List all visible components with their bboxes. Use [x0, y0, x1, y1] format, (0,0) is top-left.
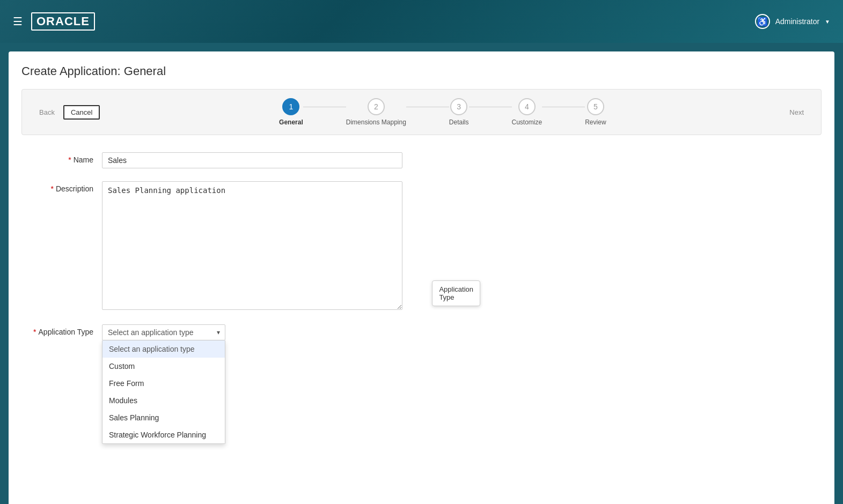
main-content: Create Application: General Back Cancel … [9, 51, 834, 504]
application-type-dropdown-container: Select an application typeCustomFree For… [102, 324, 225, 340]
step-label-3: Details [449, 118, 469, 126]
wizard-step-1: 1 General [279, 98, 303, 126]
step-label-1: General [279, 118, 303, 126]
page-title: Create Application: General [21, 64, 822, 78]
app-header: ☰ ORACLE ♿ Administrator ▼ [0, 0, 843, 43]
application-type-tooltip: Application Type [432, 280, 480, 306]
application-type-select[interactable]: Select an application typeCustomFree For… [102, 324, 225, 340]
step-circle-1: 1 [282, 98, 299, 115]
step-circle-5: 5 [587, 98, 604, 115]
dropdown-option-strategic-workforce-planning[interactable]: Strategic Workforce Planning [102, 426, 225, 443]
back-button[interactable]: Back [35, 105, 59, 120]
dropdown-option-sales-planning[interactable]: Sales Planning [102, 409, 225, 426]
description-textarea[interactable] [102, 181, 402, 310]
application-type-label: *Application Type [21, 324, 102, 336]
application-type-dropdown-menu: Select an application type Custom Free F… [102, 340, 225, 444]
step-connector-1-2 [303, 107, 346, 107]
next-button[interactable]: Next [785, 106, 808, 118]
step-label-2: Dimensions Mapping [346, 118, 406, 126]
description-label: *Description [21, 181, 102, 193]
wizard-step-5: 5 Review [585, 98, 606, 126]
name-label: *Name [21, 152, 102, 164]
step-circle-4: 4 [518, 98, 536, 115]
user-label[interactable]: Administrator [775, 17, 819, 26]
step-circle-3: 3 [450, 98, 467, 115]
user-dropdown-arrow-icon[interactable]: ▼ [825, 19, 830, 25]
step-connector-2-3 [406, 107, 449, 107]
wizard-steps: 1 General 2 Dimensions Mapping 3 Details… [100, 98, 785, 126]
dropdown-option-custom[interactable]: Custom [102, 358, 225, 375]
step-circle-2: 2 [368, 98, 385, 115]
wizard-step-3: 3 Details [449, 98, 469, 126]
step-label-4: Customize [512, 118, 543, 126]
form-section: *Name *Description Application Type *App… [21, 148, 822, 358]
name-row: *Name [21, 152, 822, 168]
dropdown-option-placeholder[interactable]: Select an application type [102, 340, 225, 358]
hamburger-menu-icon[interactable]: ☰ [13, 15, 23, 28]
header-left: ☰ ORACLE [13, 12, 95, 31]
wizard-actions: Back Cancel [35, 105, 100, 120]
accessibility-icon[interactable]: ♿ [755, 14, 770, 29]
description-required-marker: * [51, 184, 54, 193]
wizard-step-2: 2 Dimensions Mapping [346, 98, 406, 126]
application-type-required-marker: * [33, 328, 36, 336]
oracle-logo: ORACLE [31, 12, 95, 31]
step-label-5: Review [585, 118, 606, 126]
wizard-bar: Back Cancel 1 General 2 Dimensions Mappi… [21, 89, 822, 135]
cancel-button[interactable]: Cancel [63, 105, 100, 120]
dropdown-option-modules[interactable]: Modules [102, 392, 225, 409]
application-type-row: *Application Type Select an application … [21, 324, 822, 340]
description-input-wrapper: Application Type [102, 181, 402, 312]
name-input[interactable] [102, 152, 402, 168]
description-row: *Description Application Type [21, 181, 822, 312]
name-required-marker: * [68, 155, 71, 164]
step-connector-4-5 [542, 107, 585, 107]
header-right: ♿ Administrator ▼ [755, 14, 830, 29]
step-connector-3-4 [469, 107, 512, 107]
wizard-step-4: 4 Customize [512, 98, 543, 126]
dropdown-option-free-form[interactable]: Free Form [102, 375, 225, 392]
